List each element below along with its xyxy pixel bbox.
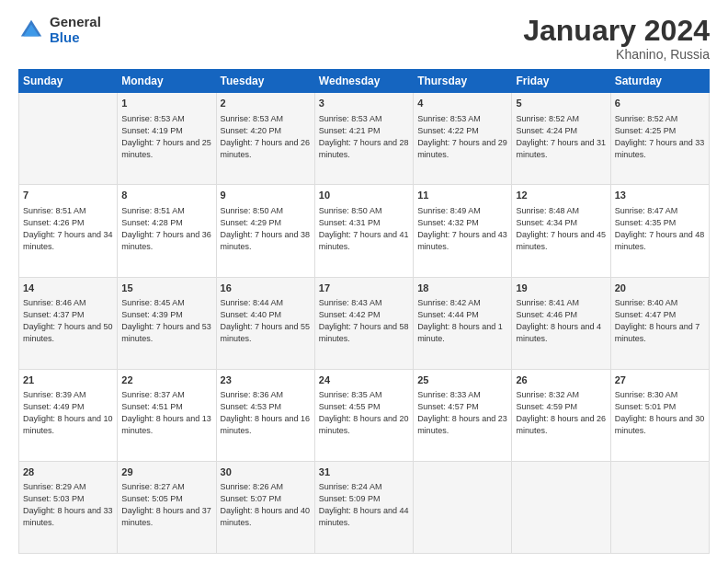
cell-content: Sunrise: 8:51 AMSunset: 4:26 PMDaylight:…: [23, 205, 113, 253]
cell-content: Sunrise: 8:50 AMSunset: 4:31 PMDaylight:…: [319, 205, 409, 253]
day-number: 20: [615, 282, 705, 295]
day-number: 11: [417, 189, 507, 202]
calendar-table: SundayMondayTuesdayWednesdayThursdayFrid…: [18, 69, 710, 554]
day-number: 8: [121, 189, 211, 202]
calendar-cell: 17Sunrise: 8:43 AMSunset: 4:42 PMDayligh…: [314, 277, 413, 369]
day-number: 13: [615, 189, 705, 202]
header-cell-saturday: Saturday: [610, 70, 709, 93]
calendar-cell: 12Sunrise: 8:48 AMSunset: 4:34 PMDayligh…: [512, 185, 610, 277]
week-row-3: 14Sunrise: 8:46 AMSunset: 4:37 PMDayligh…: [19, 277, 710, 369]
day-number: 25: [417, 373, 507, 387]
cell-content: Sunrise: 8:53 AMSunset: 4:22 PMDaylight:…: [417, 113, 507, 161]
cell-content: Sunrise: 8:49 AMSunset: 4:32 PMDaylight:…: [417, 205, 507, 253]
logo: General Blue: [18, 15, 101, 45]
calendar-cell: 15Sunrise: 8:45 AMSunset: 4:39 PMDayligh…: [118, 277, 216, 369]
day-number: 31: [319, 465, 409, 479]
location: Khanino, Russia: [523, 47, 710, 62]
week-row-1: 1Sunrise: 8:53 AMSunset: 4:19 PMDaylight…: [19, 93, 710, 185]
title-block: January 2024 Khanino, Russia: [523, 15, 710, 62]
day-number: 5: [516, 97, 606, 110]
day-number: 19: [516, 282, 606, 295]
calendar-cell: 31Sunrise: 8:24 AMSunset: 5:09 PMDayligh…: [314, 461, 413, 553]
day-number: 24: [319, 373, 409, 387]
header-cell-tuesday: Tuesday: [216, 70, 314, 93]
day-number: 16: [221, 282, 311, 295]
calendar-cell: 5Sunrise: 8:52 AMSunset: 4:24 PMDaylight…: [512, 93, 610, 185]
calendar-cell: 20Sunrise: 8:40 AMSunset: 4:47 PMDayligh…: [610, 277, 709, 369]
calendar-cell: 11Sunrise: 8:49 AMSunset: 4:32 PMDayligh…: [414, 185, 512, 277]
cell-content: Sunrise: 8:46 AMSunset: 4:37 PMDaylight:…: [23, 297, 113, 345]
week-row-2: 7Sunrise: 8:51 AMSunset: 4:26 PMDaylight…: [19, 185, 710, 277]
calendar-cell: 29Sunrise: 8:27 AMSunset: 5:05 PMDayligh…: [118, 461, 216, 553]
cell-content: Sunrise: 8:52 AMSunset: 4:25 PMDaylight:…: [615, 113, 705, 161]
day-number: 29: [121, 465, 211, 479]
cell-content: Sunrise: 8:53 AMSunset: 4:21 PMDaylight:…: [319, 113, 409, 161]
day-number: 9: [221, 189, 311, 202]
calendar-cell: 18Sunrise: 8:42 AMSunset: 4:44 PMDayligh…: [414, 277, 512, 369]
calendar-cell: 9Sunrise: 8:50 AMSunset: 4:29 PMDaylight…: [216, 185, 314, 277]
header: General Blue January 2024 Khanino, Russi…: [18, 15, 710, 62]
calendar-cell: 21Sunrise: 8:39 AMSunset: 4:49 PMDayligh…: [19, 369, 118, 461]
calendar-cell: [512, 461, 610, 553]
calendar-cell: 10Sunrise: 8:50 AMSunset: 4:31 PMDayligh…: [314, 185, 413, 277]
day-number: 23: [221, 373, 311, 387]
day-number: 26: [516, 373, 606, 387]
cell-content: Sunrise: 8:27 AMSunset: 5:05 PMDaylight:…: [121, 481, 211, 529]
calendar-cell: 6Sunrise: 8:52 AMSunset: 4:25 PMDaylight…: [610, 93, 709, 185]
day-number: 17: [319, 282, 409, 295]
header-cell-monday: Monday: [118, 70, 216, 93]
cell-content: Sunrise: 8:30 AMSunset: 5:01 PMDaylight:…: [615, 389, 705, 437]
day-number: 10: [319, 189, 409, 202]
day-number: 28: [23, 465, 113, 479]
cell-content: Sunrise: 8:35 AMSunset: 4:55 PMDaylight:…: [319, 389, 409, 437]
logo-blue: Blue: [50, 30, 101, 46]
calendar-cell: 27Sunrise: 8:30 AMSunset: 5:01 PMDayligh…: [610, 369, 709, 461]
cell-content: Sunrise: 8:52 AMSunset: 4:24 PMDaylight:…: [516, 113, 606, 161]
day-number: 30: [221, 465, 311, 479]
calendar-cell: 24Sunrise: 8:35 AMSunset: 4:55 PMDayligh…: [314, 369, 413, 461]
calendar-cell: 30Sunrise: 8:26 AMSunset: 5:07 PMDayligh…: [216, 461, 314, 553]
cell-content: Sunrise: 8:29 AMSunset: 5:03 PMDaylight:…: [23, 481, 113, 529]
cell-content: Sunrise: 8:32 AMSunset: 4:59 PMDaylight:…: [516, 389, 606, 437]
cell-content: Sunrise: 8:36 AMSunset: 4:53 PMDaylight:…: [221, 389, 311, 437]
week-row-4: 21Sunrise: 8:39 AMSunset: 4:49 PMDayligh…: [19, 369, 710, 461]
logo-text: General Blue: [50, 15, 101, 45]
calendar-cell: 4Sunrise: 8:53 AMSunset: 4:22 PMDaylight…: [414, 93, 512, 185]
day-number: 22: [121, 373, 211, 387]
cell-content: Sunrise: 8:37 AMSunset: 4:51 PMDaylight:…: [121, 389, 211, 437]
calendar-cell: 3Sunrise: 8:53 AMSunset: 4:21 PMDaylight…: [314, 93, 413, 185]
day-number: 7: [23, 189, 113, 202]
calendar-cell: 19Sunrise: 8:41 AMSunset: 4:46 PMDayligh…: [512, 277, 610, 369]
calendar-cell: 16Sunrise: 8:44 AMSunset: 4:40 PMDayligh…: [216, 277, 314, 369]
calendar-page: General Blue January 2024 Khanino, Russi…: [0, 0, 728, 563]
header-row: SundayMondayTuesdayWednesdayThursdayFrid…: [19, 70, 710, 93]
cell-content: Sunrise: 8:33 AMSunset: 4:57 PMDaylight:…: [417, 389, 507, 437]
cell-content: Sunrise: 8:39 AMSunset: 4:49 PMDaylight:…: [23, 389, 113, 437]
calendar-cell: [610, 461, 709, 553]
calendar-cell: 1Sunrise: 8:53 AMSunset: 4:19 PMDaylight…: [118, 93, 216, 185]
calendar-cell: 22Sunrise: 8:37 AMSunset: 4:51 PMDayligh…: [118, 369, 216, 461]
calendar-cell: 2Sunrise: 8:53 AMSunset: 4:20 PMDaylight…: [216, 93, 314, 185]
day-number: 1: [121, 97, 211, 110]
cell-content: Sunrise: 8:43 AMSunset: 4:42 PMDaylight:…: [319, 297, 409, 345]
logo-general: General: [50, 15, 101, 30]
cell-content: Sunrise: 8:42 AMSunset: 4:44 PMDaylight:…: [417, 297, 507, 345]
day-number: 18: [417, 282, 507, 295]
day-number: 4: [417, 97, 507, 110]
day-number: 2: [221, 97, 311, 110]
cell-content: Sunrise: 8:50 AMSunset: 4:29 PMDaylight:…: [221, 205, 311, 253]
week-row-5: 28Sunrise: 8:29 AMSunset: 5:03 PMDayligh…: [19, 461, 710, 553]
cell-content: Sunrise: 8:51 AMSunset: 4:28 PMDaylight:…: [121, 205, 211, 253]
calendar-cell: 8Sunrise: 8:51 AMSunset: 4:28 PMDaylight…: [118, 185, 216, 277]
calendar-cell: 13Sunrise: 8:47 AMSunset: 4:35 PMDayligh…: [610, 185, 709, 277]
cell-content: Sunrise: 8:24 AMSunset: 5:09 PMDaylight:…: [319, 481, 409, 529]
calendar-cell: 7Sunrise: 8:51 AMSunset: 4:26 PMDaylight…: [19, 185, 118, 277]
logo-icon: [18, 17, 44, 43]
calendar-cell: [19, 93, 118, 185]
calendar-cell: 25Sunrise: 8:33 AMSunset: 4:57 PMDayligh…: [414, 369, 512, 461]
header-cell-thursday: Thursday: [414, 70, 512, 93]
header-cell-friday: Friday: [512, 70, 610, 93]
calendar-cell: 28Sunrise: 8:29 AMSunset: 5:03 PMDayligh…: [19, 461, 118, 553]
cell-content: Sunrise: 8:44 AMSunset: 4:40 PMDaylight:…: [221, 297, 311, 345]
cell-content: Sunrise: 8:47 AMSunset: 4:35 PMDaylight:…: [615, 205, 705, 253]
